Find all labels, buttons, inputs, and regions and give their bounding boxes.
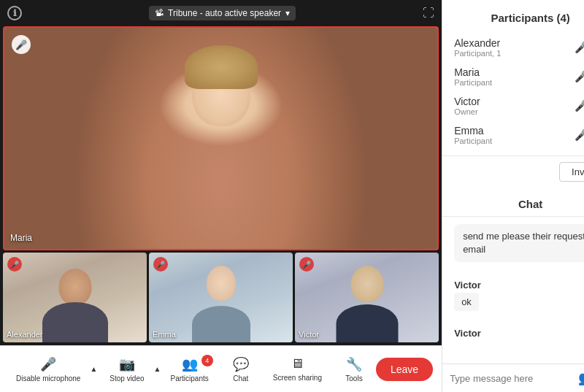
thumb-mic-emma: 🎤 xyxy=(153,257,168,272)
thumb-label-emma: Emma xyxy=(153,330,176,339)
thumb-mic-victor: 🎤 xyxy=(299,257,314,272)
mic-icon: 🎤 xyxy=(40,356,56,372)
thumbnails-row: 🎤 Alexander 🎤 Emma 🎤 Victor xyxy=(0,250,442,345)
info-icon[interactable]: ℹ xyxy=(7,6,22,20)
chat-system-text: send me please their request by email xyxy=(463,231,584,255)
screenshare-button[interactable]: 🖥 Screen sharing xyxy=(266,352,329,386)
thumb-mic-alexander: 🎤 xyxy=(7,257,22,272)
participant-info-alexander: Alexander Participant, 1 xyxy=(454,37,575,58)
screenshare-label: Screen sharing xyxy=(273,374,322,382)
chat-input-area: 👥 ➤ xyxy=(442,364,584,392)
participant-name-emma: Emma xyxy=(454,125,575,137)
mic-caret-button[interactable]: ▲ xyxy=(88,361,99,377)
mic-caret-icon: ▲ xyxy=(90,365,97,373)
toolbar-center: 👥 Participants 4 💬 Chat 🖥 Screen sharing… xyxy=(163,352,376,387)
participant-info-maria: Maria Participant xyxy=(454,66,575,87)
toolbar-right: Leave xyxy=(376,358,433,381)
tools-button[interactable]: 🔧 Tools xyxy=(332,352,376,387)
chat-sender-victor-1: Victor xyxy=(454,280,584,291)
invite-button[interactable]: Invite xyxy=(559,162,584,182)
video-group: 📷 Stop video ▲ xyxy=(102,352,163,387)
mic-group: 🎤 Disable microphone ▲ xyxy=(9,352,99,387)
toolbar-left: 🎤 Disable microphone ▲ 📷 Stop video ▲ xyxy=(9,352,163,387)
speaker-selector[interactable]: 📽 Tribune - auto active speaker ▾ xyxy=(149,6,296,20)
invite-section: Invite xyxy=(442,156,584,191)
video-caret-icon: ▲ xyxy=(154,365,161,373)
participant-mic-icon-emma[interactable]: 🎤 xyxy=(575,128,584,142)
main-video-label: Maria xyxy=(10,233,32,243)
main-video-bg: 🎤 Maria xyxy=(4,28,437,249)
app-container: ℹ 📽 Tribune - auto active speaker ▾ ⛶ 🎤 … xyxy=(0,0,584,392)
participant-mic-icon-alexander[interactable]: 🎤 xyxy=(575,41,584,54)
chat-icon: 💬 xyxy=(233,356,249,372)
participant-info-victor: Victor Owner xyxy=(454,96,575,116)
participant-name-victor: Victor xyxy=(454,96,575,107)
expand-icon[interactable]: ⛶ xyxy=(423,7,434,20)
thumbnail-emma[interactable]: 🎤 Emma xyxy=(149,253,293,342)
participant-item-alexander[interactable]: Alexander Participant, 1 🎤 📷 xyxy=(454,33,584,62)
participant-item-victor[interactable]: Victor Owner 🎤 📷 xyxy=(454,91,584,120)
participants-title: Participants (4) xyxy=(454,12,584,24)
main-person-visual xyxy=(4,28,437,249)
thumb-bg-emma xyxy=(149,253,293,342)
participant-name-maria: Maria xyxy=(454,66,575,78)
participant-controls-victor: 🎤 📷 xyxy=(575,99,584,112)
tools-icon: 🔧 xyxy=(346,356,362,372)
chat-button[interactable]: 💬 Chat xyxy=(219,352,263,387)
leave-button[interactable]: Leave xyxy=(376,358,433,381)
participant-controls-alexander: 🎤 📷 xyxy=(575,41,584,54)
chat-timestamp-1: 14:37 xyxy=(454,265,584,274)
chat-system-message: send me please their request by email xyxy=(454,224,584,262)
chat-timestamp-2: 14:39 xyxy=(454,313,584,322)
video-label: Stop video xyxy=(110,374,144,383)
thumbnail-alexander[interactable]: 🎤 Alexander xyxy=(3,253,147,342)
participants-button[interactable]: 👥 Participants 4 xyxy=(163,352,215,387)
mic-label: Disable microphone xyxy=(16,374,80,383)
participant-controls-maria: 🎤 📷 xyxy=(575,70,584,83)
participants-badge: 4 xyxy=(201,355,213,366)
chat-bubble-ok: ok xyxy=(454,293,479,311)
thumb-person-victor xyxy=(295,253,439,342)
participants-label: Participants xyxy=(170,374,208,383)
participant-name-alexander: Alexander xyxy=(454,37,575,49)
participant-role-victor: Owner xyxy=(454,107,575,116)
chat-label: Chat xyxy=(233,374,248,383)
chat-section: Chat send me please their request by ema… xyxy=(442,191,584,392)
chat-input[interactable] xyxy=(450,373,572,384)
video-caret-button[interactable]: ▲ xyxy=(152,361,164,377)
video-top-bar: ℹ 📽 Tribune - auto active speaker ▾ ⛶ xyxy=(0,0,442,26)
thumb-bg-alexander xyxy=(3,253,147,342)
chat-messages: send me please their request by email 14… xyxy=(442,217,584,364)
participants-icon: 👥 xyxy=(182,356,198,372)
participant-item-emma[interactable]: Emma Participant 🎤 📷 xyxy=(454,120,584,150)
tribune-icon: 📽 xyxy=(155,8,164,18)
tools-label: Tools xyxy=(345,374,362,383)
participant-controls-emma: 🎤 📷 xyxy=(575,128,584,142)
thumb-label-victor: Victor xyxy=(299,330,319,339)
toolbar: 🎤 Disable microphone ▲ 📷 Stop video ▲ xyxy=(0,345,442,392)
participant-item-maria[interactable]: Maria Participant 🎤 📷 xyxy=(454,62,584,91)
speaker-mode-label: Tribune - auto active speaker xyxy=(168,8,281,18)
thumb-bg-victor xyxy=(295,253,439,342)
main-video: 🎤 Maria xyxy=(3,26,439,250)
thumbnail-victor[interactable]: 🎤 Victor xyxy=(295,253,439,342)
chevron-down-icon: ▾ xyxy=(285,8,290,18)
screenshare-icon: 🖥 xyxy=(291,356,304,372)
mic-button[interactable]: 🎤 Disable microphone xyxy=(9,352,88,387)
right-panel: Participants (4) Alexander Participant, … xyxy=(442,0,584,392)
thumb-label-alexander: Alexander xyxy=(7,330,43,339)
participants-section: Participants (4) Alexander Participant, … xyxy=(442,0,584,156)
video-panel: ℹ 📽 Tribune - auto active speaker ▾ ⛶ 🎤 … xyxy=(0,0,442,392)
thumb-person-alexander xyxy=(3,253,147,342)
chat-sender-victor-2: Victor xyxy=(454,328,584,339)
chat-title: Chat xyxy=(442,191,584,217)
video-button[interactable]: 📷 Stop video xyxy=(102,352,151,387)
main-mic-icon: 🎤 xyxy=(12,35,31,54)
participant-mic-icon-victor[interactable]: 🎤 xyxy=(575,99,584,112)
participant-info-emma: Emma Participant xyxy=(454,125,575,145)
thumb-person-emma xyxy=(149,253,293,342)
participant-mic-icon-maria[interactable]: 🎤 xyxy=(575,70,584,83)
participant-role-emma: Participant xyxy=(454,137,575,145)
chat-people-icon[interactable]: 👥 xyxy=(578,370,584,386)
participant-role-alexander: Participant, 1 xyxy=(454,49,575,58)
